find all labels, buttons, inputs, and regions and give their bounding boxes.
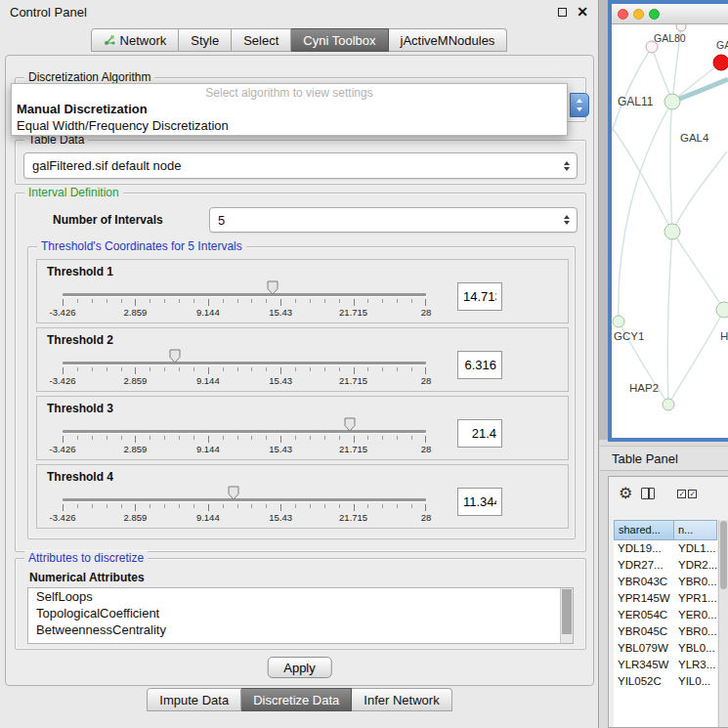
option-manual-discretization[interactable]: Manual Discretization	[12, 101, 567, 117]
group-title: Interval Definition	[24, 186, 123, 199]
checkbox-icon[interactable]: ✓	[677, 490, 686, 498]
slider-ticks	[63, 299, 426, 306]
tab-label: Style	[191, 33, 219, 48]
threshold-3-value-field[interactable]	[457, 419, 502, 448]
apply-button[interactable]: Apply	[267, 657, 332, 678]
threshold-label: Threshold 3	[47, 402, 113, 415]
network-icon	[104, 34, 115, 46]
table-data-value: galFiltered.sif default node	[32, 158, 181, 173]
tab-cyni-toolbox[interactable]: Cyni Toolbox	[291, 28, 388, 52]
table-row[interactable]: YDR27...YDR2...	[614, 557, 717, 574]
table-panel-header[interactable]: Table Panel	[600, 446, 728, 471]
network-node[interactable]	[664, 224, 680, 239]
table-toolbar: ⚙ ✓ ✓	[609, 477, 728, 510]
close-icon[interactable]: ✕	[577, 5, 588, 19]
tab-network[interactable]: Network	[91, 28, 180, 52]
node-label-gal4: GAL4	[680, 132, 708, 144]
algorithm-placeholder: Select algorithm to view settings	[12, 84, 567, 101]
slider-thumb[interactable]	[169, 349, 182, 364]
group-title: Attributes to discretize	[24, 551, 148, 565]
tab-label: Infer Network	[364, 693, 439, 707]
cyni-toolbox-panel: Discretization Algorithm Select algorith…	[5, 55, 594, 686]
list-item[interactable]: BetweennessCentrality	[28, 621, 573, 638]
node-label-gcy1: GCY1	[614, 330, 644, 342]
slider-thumb[interactable]	[343, 417, 356, 432]
table-data-combo[interactable]: galFiltered.sif default node	[23, 152, 578, 179]
number-of-intervals-label: Number of Intervals	[53, 213, 163, 227]
numerical-attributes-list: SelfLoops TopologicalCoefficient Between…	[27, 587, 574, 644]
slider-thumb[interactable]	[227, 486, 239, 500]
table-data-group: Table Data galFiltered.sif default node	[15, 140, 586, 185]
columns-icon[interactable]	[641, 488, 655, 499]
column-header-shared-name[interactable]: shared...	[614, 520, 674, 540]
table-row[interactable]: YLR345WYLR3...	[614, 657, 717, 673]
threshold-2-value-field[interactable]	[457, 351, 502, 379]
slider-scale: -3.4262.8599.14415.4321.71528	[63, 307, 426, 318]
network-node[interactable]	[716, 302, 728, 318]
network-graph	[612, 24, 728, 438]
tab-impute-data[interactable]: Impute Data	[147, 688, 241, 711]
table-panel-title: Table Panel	[612, 451, 678, 466]
threshold-4-slider[interactable]: -3.4262.8599.14415.4321.71528	[49, 485, 440, 526]
threshold-3-slider[interactable]: -3.4262.8599.14415.4321.71528	[49, 416, 440, 457]
table-row[interactable]: YER054CYER0...	[614, 607, 717, 623]
tab-label: Network	[120, 33, 167, 48]
float-window-icon[interactable]	[558, 8, 567, 17]
gear-icon[interactable]: ⚙	[619, 486, 632, 501]
table-header-row: shared... n...	[614, 520, 717, 540]
list-item[interactable]: SelfLoops	[28, 588, 573, 605]
network-node-gal11[interactable]	[664, 94, 680, 109]
threshold-2-slider[interactable]: -3.4262.8599.14415.4321.71528	[49, 348, 440, 389]
algorithm-combo-arrow-button[interactable]	[570, 93, 589, 117]
column-header-name[interactable]: n...	[674, 520, 717, 540]
tab-jactivemnodules[interactable]: jActiveMNodules	[389, 28, 508, 52]
tab-label: Impute Data	[159, 693, 229, 707]
algorithm-dropdown-popup: Select algorithm to view settings Manual…	[11, 83, 568, 136]
bottom-tab-bar: Impute Data Discretize Data Infer Networ…	[0, 688, 599, 711]
table-scrollbar[interactable]	[718, 520, 728, 727]
list-item[interactable]: TopologicalCoefficient	[28, 605, 573, 621]
table-row[interactable]: YIL052CYIL0...	[614, 673, 717, 690]
network-canvas[interactable]: GAL80 GA GAL11 GAL4 GCY1 H HAP2	[612, 24, 728, 438]
minimize-traffic-light-icon[interactable]	[633, 9, 644, 20]
tab-infer-network[interactable]: Infer Network	[352, 688, 451, 711]
table-row[interactable]: YDL19...YDL1...	[614, 540, 717, 557]
table-row[interactable]: YBL079WYBL0...	[614, 640, 717, 657]
zoom-traffic-light-icon[interactable]	[649, 9, 660, 20]
table-row[interactable]: YBR045CYBR0...	[614, 623, 717, 640]
threshold-coordinates-group: Threshold's Coordinates for 5 Intervals …	[27, 246, 576, 539]
combo-arrows-icon	[564, 161, 570, 171]
node-label-gal11: GAL11	[618, 95, 653, 108]
threshold-1-slider[interactable]: -3.4262.8599.14415.4321.71528	[49, 279, 440, 321]
top-tab-bar: Network Style Select Cyni Toolbox jActiv…	[0, 28, 598, 52]
tab-style[interactable]: Style	[179, 28, 232, 52]
checkbox-icon[interactable]: ✓	[688, 490, 697, 498]
slider-thumb[interactable]	[266, 280, 278, 295]
node-label-hap2: HAP2	[629, 382, 659, 394]
network-node[interactable]	[676, 24, 686, 31]
node-table: shared... n... YDL19...YDL1... YDR27...Y…	[614, 520, 717, 727]
column-visibility-checkboxes[interactable]: ✓ ✓	[677, 490, 697, 498]
tab-select[interactable]: Select	[232, 28, 291, 52]
tab-label: Select	[243, 33, 278, 48]
slider-ticks	[63, 504, 426, 511]
close-traffic-light-icon[interactable]	[618, 9, 628, 20]
table-row[interactable]: YBR043CYBR0...	[614, 574, 717, 590]
threshold-4-panel: Threshold 4 -3.4262.8599.14415.4321.7152…	[36, 464, 569, 529]
tab-label: Cyni Toolbox	[303, 33, 375, 48]
number-of-intervals-combo[interactable]: 5	[209, 207, 578, 233]
network-view-window: GAL80 GA GAL11 GAL4 GCY1 H HAP2	[608, 0, 728, 442]
network-node-hap2[interactable]	[663, 399, 674, 410]
network-node-gcy1[interactable]	[613, 316, 624, 327]
tab-discretize-data[interactable]: Discretize Data	[241, 688, 352, 711]
table-row[interactable]: YPR145WYPR1...	[614, 590, 717, 607]
option-equal-width-frequency[interactable]: Equal Width/Frequency Discretization	[12, 117, 567, 134]
threshold-4-value-field[interactable]	[457, 488, 502, 516]
node-label-cut: GA	[716, 39, 728, 51]
slider-scale: -3.4262.8599.14415.4321.71528	[63, 444, 426, 454]
network-node-selected-red[interactable]	[713, 55, 728, 70]
threshold-1-value-field[interactable]	[457, 282, 502, 311]
list-scrollbar[interactable]	[560, 588, 573, 643]
slider-scale: -3.4262.8599.14415.4321.71528	[63, 375, 426, 386]
network-window-titlebar[interactable]	[612, 4, 728, 24]
